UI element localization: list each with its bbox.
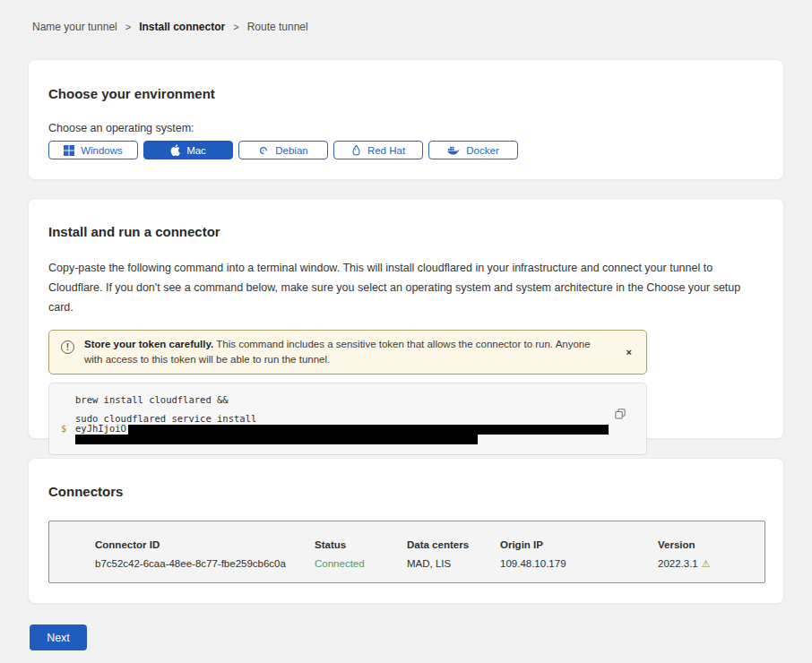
token-warning-banner: ! Store your token carefully. This comma… (48, 330, 647, 375)
redacted-token-bar (75, 435, 478, 444)
debian-icon (258, 145, 269, 156)
token-warning-text: Store your token carefully. This command… (84, 337, 597, 367)
column-data-centers: Data centers MAD, LIS (407, 539, 500, 582)
os-button-label: Debian (275, 145, 307, 156)
apple-icon (170, 144, 180, 156)
os-select-label: Choose an operating system: (48, 122, 764, 134)
token-warning-bold: Store your token carefully. (84, 339, 213, 349)
terminal-line-brew: brew install cloudflared && (62, 395, 634, 405)
os-button-label: Red Hat (367, 145, 405, 156)
version-header: Version (658, 539, 756, 550)
origin-ip-header: Origin IP (500, 539, 658, 550)
connectors-card-title: Connectors (48, 484, 764, 499)
breadcrumb-step-install-connector[interactable]: Install connector (139, 21, 225, 33)
os-button-label: Windows (81, 145, 123, 156)
os-button-redhat[interactable]: Red Hat (333, 141, 423, 159)
breadcrumb-separator: > (233, 22, 238, 32)
windows-icon (64, 145, 74, 156)
redhat-icon (351, 144, 361, 156)
copy-icon[interactable] (613, 407, 627, 424)
token-prefix: eyJhIjoiO (75, 423, 126, 434)
breadcrumb: Name your tunnel > Install connector > R… (0, 0, 812, 33)
column-version: Version 2022.3.1⚠ (658, 539, 756, 582)
origin-ip-value: 109.48.10.179 (500, 558, 658, 569)
install-description: Copy-paste the following command into a … (48, 258, 764, 317)
docker-icon (447, 145, 460, 155)
status-badge: Connected (315, 558, 407, 569)
os-button-label: Docker (466, 145, 498, 156)
connector-id-value: b7c52c42-6caa-48ee-8c77-fbe259cb6c0a (95, 558, 315, 569)
connector-id-header: Connector ID (95, 539, 315, 550)
alert-circle-icon: ! (61, 340, 74, 354)
environment-card-title: Choose your environment (48, 86, 764, 101)
install-card-title: Install and run a connector (48, 224, 764, 239)
column-connector-id: Connector ID b7c52c42-6caa-48ee-8c77-fbe… (95, 539, 315, 582)
column-origin-ip: Origin IP 109.48.10.179 (500, 539, 658, 582)
version-warning-icon: ⚠ (702, 558, 711, 569)
os-button-label: Mac (186, 145, 206, 156)
os-button-debian[interactable]: Debian (238, 141, 328, 159)
version-value: 2022.3.1⚠ (658, 558, 756, 570)
terminal-line-token: eyJhIjoiO (62, 424, 634, 435)
os-button-docker[interactable]: Docker (428, 141, 518, 159)
status-header: Status (315, 539, 407, 550)
breadcrumb-step-route-tunnel[interactable]: Route tunnel (247, 21, 308, 33)
next-button[interactable]: Next (30, 624, 87, 650)
redacted-token-bar (128, 425, 609, 435)
column-status: Status Connected (315, 539, 407, 582)
data-centers-header: Data centers (407, 539, 500, 550)
os-button-group: Windows Mac Debian Red Hat Docker (48, 141, 764, 159)
os-button-windows[interactable]: Windows (48, 141, 138, 159)
breadcrumb-step-name-tunnel[interactable]: Name your tunnel (32, 21, 117, 33)
install-card: Install and run a connector Copy-paste t… (28, 198, 784, 439)
terminal-line-install: sudo cloudflared service install (62, 414, 634, 424)
terminal-command-block: brew install cloudflared && $ sudo cloud… (48, 383, 647, 455)
data-centers-value: MAD, LIS (407, 558, 500, 569)
breadcrumb-separator: > (125, 22, 131, 32)
os-button-mac[interactable]: Mac (143, 141, 233, 159)
close-icon[interactable]: × (623, 345, 635, 359)
terminal-prompt: $ (61, 424, 66, 434)
connectors-table: Connector ID b7c52c42-6caa-48ee-8c77-fbe… (48, 521, 765, 583)
connectors-card: Connectors Connector ID b7c52c42-6caa-48… (28, 458, 784, 604)
environment-card: Choose your environment Choose an operat… (28, 59, 784, 180)
